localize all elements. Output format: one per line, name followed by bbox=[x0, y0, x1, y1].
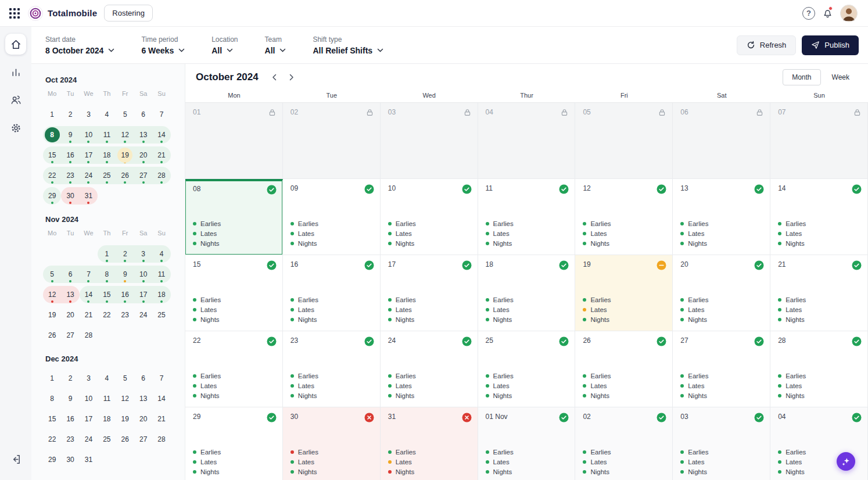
mini-day[interactable]: 15 bbox=[43, 410, 61, 428]
mini-day[interactable]: 19 bbox=[116, 146, 134, 164]
day-cell[interactable]: 22EarliesLatesNights bbox=[185, 331, 283, 407]
day-cell[interactable]: 10EarliesLatesNights bbox=[381, 179, 478, 255]
mini-day[interactable]: 6 bbox=[61, 266, 79, 283]
mini-day[interactable]: 6 bbox=[134, 106, 152, 123]
day-cell[interactable]: 27EarliesLatesNights bbox=[673, 331, 770, 407]
mini-day[interactable]: 20 bbox=[134, 410, 152, 428]
mini-day[interactable]: 20 bbox=[134, 146, 152, 164]
mini-day[interactable]: 2 bbox=[61, 106, 79, 123]
mini-day[interactable]: 19 bbox=[43, 306, 61, 324]
mini-day[interactable]: 23 bbox=[61, 167, 79, 184]
mini-day[interactable]: 10 bbox=[134, 266, 152, 283]
mini-day[interactable]: 23 bbox=[61, 431, 79, 448]
mini-day[interactable]: 7 bbox=[80, 266, 98, 283]
day-cell[interactable]: 01 NovEarliesLatesNights bbox=[478, 407, 576, 480]
day-cell[interactable]: 16EarliesLatesNights bbox=[283, 255, 381, 331]
day-cell[interactable]: 04EarliesLatesNights bbox=[770, 407, 868, 480]
day-cell[interactable]: 26EarliesLatesNights bbox=[575, 331, 673, 407]
week-view-button[interactable]: Week bbox=[823, 69, 859, 85]
day-cell[interactable]: 30EarliesLatesNights bbox=[283, 407, 381, 480]
mini-day[interactable]: 31 bbox=[80, 451, 98, 468]
mini-day[interactable]: 5 bbox=[116, 370, 134, 387]
mini-day[interactable]: 10 bbox=[80, 126, 98, 144]
day-cell[interactable]: 24EarliesLatesNights bbox=[381, 331, 478, 407]
day-cell[interactable]: 13EarliesLatesNights bbox=[673, 179, 770, 255]
mini-day[interactable]: 13 bbox=[61, 286, 79, 303]
refresh-button[interactable]: Refresh bbox=[737, 35, 797, 55]
day-cell[interactable]: 09EarliesLatesNights bbox=[283, 179, 381, 255]
mini-day[interactable]: 8 bbox=[43, 126, 61, 144]
mini-day[interactable]: 2 bbox=[116, 245, 134, 263]
help-icon[interactable]: ? bbox=[802, 7, 815, 20]
mini-day[interactable]: 18 bbox=[98, 410, 116, 428]
mini-day[interactable]: 16 bbox=[61, 410, 79, 428]
mini-day[interactable]: 30 bbox=[61, 451, 79, 468]
ai-assistant-fab[interactable] bbox=[837, 452, 855, 471]
day-cell[interactable]: 21EarliesLatesNights bbox=[770, 255, 868, 331]
prev-month-button[interactable] bbox=[267, 70, 282, 85]
team-dropdown[interactable]: Team All bbox=[265, 35, 286, 55]
day-cell[interactable]: 23EarliesLatesNights bbox=[283, 331, 381, 407]
mini-day[interactable]: 22 bbox=[43, 167, 61, 184]
publish-button[interactable]: Publish bbox=[802, 35, 859, 55]
day-cell[interactable]: 08EarliesLatesNights bbox=[185, 179, 283, 255]
mini-day[interactable]: 26 bbox=[43, 327, 61, 344]
mini-day[interactable]: 12 bbox=[116, 390, 134, 407]
mini-day[interactable]: 16 bbox=[116, 286, 134, 303]
mini-day[interactable]: 11 bbox=[98, 390, 116, 407]
mini-day[interactable]: 16 bbox=[61, 146, 79, 164]
mini-day[interactable]: 4 bbox=[152, 245, 170, 263]
mini-day[interactable]: 21 bbox=[152, 146, 170, 164]
day-cell[interactable]: 12EarliesLatesNights bbox=[575, 179, 673, 255]
mini-day[interactable]: 11 bbox=[98, 126, 116, 144]
day-cell[interactable]: 02EarliesLatesNights bbox=[575, 407, 673, 480]
day-cell[interactable]: 15EarliesLatesNights bbox=[185, 255, 283, 331]
mini-day[interactable]: 13 bbox=[134, 126, 152, 144]
mini-day[interactable]: 22 bbox=[98, 306, 116, 324]
mini-day[interactable]: 24 bbox=[134, 306, 152, 324]
sidebar-item-reports[interactable] bbox=[5, 62, 26, 83]
day-cell[interactable]: 20EarliesLatesNights bbox=[673, 255, 770, 331]
mini-day[interactable]: 26 bbox=[116, 431, 134, 448]
mini-day[interactable]: 27 bbox=[134, 431, 152, 448]
mini-day[interactable]: 12 bbox=[116, 126, 134, 144]
mini-day[interactable]: 8 bbox=[43, 390, 61, 407]
mini-day[interactable]: 17 bbox=[134, 286, 152, 303]
mini-day[interactable]: 7 bbox=[152, 370, 170, 387]
mini-day[interactable]: 12 bbox=[43, 286, 61, 303]
mini-day[interactable]: 4 bbox=[98, 106, 116, 123]
mini-day[interactable]: 15 bbox=[43, 146, 61, 164]
day-cell[interactable]: 11EarliesLatesNights bbox=[478, 179, 576, 255]
mini-day[interactable]: 3 bbox=[134, 245, 152, 263]
day-cell[interactable]: 28EarliesLatesNights bbox=[770, 331, 868, 407]
mini-day[interactable]: 13 bbox=[134, 390, 152, 407]
mini-day[interactable]: 27 bbox=[134, 167, 152, 184]
mini-day[interactable]: 2 bbox=[61, 370, 79, 387]
mini-day[interactable]: 11 bbox=[152, 266, 170, 283]
notifications-bell-icon[interactable] bbox=[822, 8, 833, 19]
mini-day[interactable]: 8 bbox=[98, 266, 116, 283]
mini-day[interactable]: 28 bbox=[152, 167, 170, 184]
mini-day[interactable]: 6 bbox=[134, 370, 152, 387]
mini-day[interactable]: 18 bbox=[98, 146, 116, 164]
day-cell[interactable]: 18EarliesLatesNights bbox=[478, 255, 576, 331]
mini-day[interactable]: 31 bbox=[80, 187, 98, 205]
next-month-button[interactable] bbox=[284, 70, 299, 85]
mini-day[interactable]: 1 bbox=[43, 370, 61, 387]
mini-day[interactable]: 9 bbox=[116, 266, 134, 283]
mini-day[interactable]: 21 bbox=[80, 306, 98, 324]
mini-day[interactable]: 29 bbox=[43, 451, 61, 468]
mini-day[interactable]: 23 bbox=[116, 306, 134, 324]
mini-day[interactable]: 5 bbox=[43, 266, 61, 283]
day-cell[interactable]: 03EarliesLatesNights bbox=[673, 407, 770, 480]
mini-day[interactable]: 28 bbox=[80, 327, 98, 344]
mini-day[interactable]: 7 bbox=[152, 106, 170, 123]
mini-day[interactable]: 24 bbox=[80, 431, 98, 448]
time-period-dropdown[interactable]: Time period 6 Weeks bbox=[141, 35, 185, 55]
mini-day[interactable]: 14 bbox=[80, 286, 98, 303]
mini-day[interactable]: 3 bbox=[80, 106, 98, 123]
mini-day[interactable]: 5 bbox=[116, 106, 134, 123]
user-avatar[interactable] bbox=[840, 5, 858, 22]
day-cell[interactable]: 14EarliesLatesNights bbox=[770, 179, 868, 255]
mini-day[interactable]: 1 bbox=[43, 106, 61, 123]
